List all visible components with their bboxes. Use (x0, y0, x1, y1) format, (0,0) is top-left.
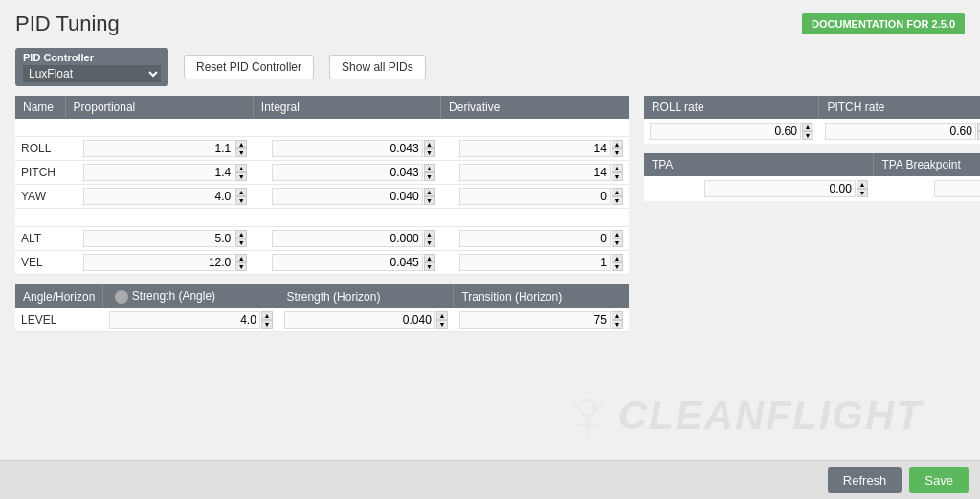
alt-integral-input[interactable] (272, 230, 423, 247)
tpa-up[interactable]: ▲ (857, 180, 868, 189)
reset-pid-button[interactable]: Reset PID Controller (184, 55, 314, 79)
refresh-button[interactable]: Refresh (828, 467, 902, 493)
row-integral: ▲ ▼ (253, 185, 440, 209)
col-tpa-breakpoint: TPA Breakpoint (874, 153, 980, 176)
tpa-cell: ▲ ▼ (644, 176, 874, 201)
save-button[interactable]: Save (909, 467, 969, 493)
pitch-proportional-input[interactable] (83, 164, 234, 181)
vel-derivative-down[interactable]: ▼ (612, 262, 623, 271)
level-strength-horizon-down[interactable]: ▼ (436, 320, 448, 329)
vel-proportional-down[interactable]: ▼ (235, 262, 247, 271)
roll-integral-input[interactable] (272, 140, 423, 157)
row-integral: ▲ ▼ (253, 137, 440, 161)
page-header: PID Tuning DOCUMENTATION FOR 2.5.0 (15, 11, 965, 36)
row-label: YAW (15, 185, 65, 209)
alt-derivative-down[interactable]: ▼ (612, 238, 623, 247)
vel-integral-down[interactable]: ▼ (424, 262, 435, 271)
col-strength-horizon: Strength (Horizon) (278, 284, 454, 308)
alt-derivative-input[interactable] (459, 230, 611, 247)
roll-derivative-down[interactable]: ▼ (612, 148, 623, 157)
show-all-pids-button[interactable]: Show all PIDs (329, 55, 426, 79)
vel-proportional-up[interactable]: ▲ (235, 254, 247, 262)
vel-integral-up[interactable]: ▲ (424, 254, 435, 262)
main-layout: Name Proportional Integral Derivative Ba… (15, 96, 965, 332)
tpa-row: ▲ ▼ ▲ ▼ (644, 176, 980, 201)
col-transition-horizon: Transition (Horizon) (454, 284, 629, 308)
roll-derivative-input[interactable] (459, 140, 611, 157)
level-strength-horizon-input[interactable] (284, 311, 435, 329)
level-strength-horizon-up[interactable]: ▲ (436, 311, 448, 320)
yaw-integral-input[interactable] (272, 188, 423, 205)
roll-integral-up[interactable]: ▲ (424, 140, 435, 148)
row-derivative: ▲ ▼ (441, 161, 629, 185)
roll-rate-cell: ▲ ▼ (644, 119, 819, 144)
col-derivative: Derivative (441, 96, 629, 119)
row-derivative: ▲ ▼ (441, 251, 629, 275)
alt-integral-down[interactable]: ▼ (424, 238, 435, 247)
pitch-integral-up[interactable]: ▲ (424, 164, 435, 172)
level-strength-angle-input[interactable] (109, 311, 260, 329)
level-transition-horizon-up[interactable]: ▲ (612, 311, 623, 320)
level-label: LEVEL (15, 308, 103, 332)
level-strength-angle-down[interactable]: ▼ (261, 320, 273, 329)
info-icon[interactable]: i (115, 290, 128, 304)
roll-rate-up[interactable]: ▲ (802, 123, 813, 131)
section-basic-acro: Basic/Acro (15, 119, 629, 137)
pitch-rate-input[interactable] (825, 123, 976, 140)
tpa-breakpoint-cell: ▲ ▼ (874, 176, 980, 201)
level-strength-angle-up[interactable]: ▲ (261, 311, 273, 320)
roll-derivative-up[interactable]: ▲ (612, 140, 623, 148)
alt-derivative-up[interactable]: ▲ (612, 230, 623, 238)
yaw-proportional-input[interactable] (83, 188, 234, 205)
pitch-integral-down[interactable]: ▼ (424, 172, 435, 181)
tpa-down[interactable]: ▼ (857, 189, 868, 197)
pid-controller-label: PID Controller (23, 52, 161, 63)
table-row: YAW ▲ ▼ (15, 185, 629, 209)
pitch-derivative-up[interactable]: ▲ (612, 164, 623, 172)
pid-controller-select[interactable]: LuxFloat MultiWiiRewrite Harakiri (23, 65, 161, 82)
documentation-button[interactable]: DOCUMENTATION FOR 2.5.0 (802, 13, 965, 34)
roll-proportional-input[interactable] (83, 140, 234, 157)
roll-proportional-up[interactable]: ▲ (235, 140, 247, 148)
yaw-integral-up[interactable]: ▲ (424, 188, 435, 196)
roll-proportional-down[interactable]: ▼ (235, 148, 247, 157)
alt-proportional-up[interactable]: ▲ (235, 230, 247, 238)
row-proportional: ▲ ▼ (65, 161, 253, 185)
right-panel: ROLL rate PITCH rate YAW rate ▲ ▼ (644, 96, 980, 332)
yaw-derivative-up[interactable]: ▲ (612, 188, 623, 196)
col-tpa: TPA (644, 153, 874, 176)
col-roll-rate: ROLL rate (644, 96, 819, 119)
pitch-proportional-down[interactable]: ▼ (235, 172, 247, 181)
col-pitch-rate: PITCH rate (819, 96, 980, 119)
level-transition-horizon-input[interactable] (459, 311, 611, 329)
alt-proportional-down[interactable]: ▼ (235, 238, 247, 247)
roll-rate-input[interactable] (650, 123, 801, 140)
alt-integral-up[interactable]: ▲ (424, 230, 435, 238)
yaw-derivative-down[interactable]: ▼ (612, 196, 623, 205)
pitch-derivative-down[interactable]: ▼ (612, 172, 623, 181)
table-row: LEVEL ▲ ▼ (15, 308, 629, 332)
footer: Refresh Save (0, 460, 980, 499)
vel-derivative-input[interactable] (459, 254, 611, 271)
pitch-proportional-up[interactable]: ▲ (235, 164, 247, 172)
col-strength-angle: i Strength (Angle) (103, 284, 278, 308)
table-row: PITCH ▲ ▼ (15, 161, 629, 185)
pitch-integral-input[interactable] (272, 164, 423, 181)
yaw-proportional-up[interactable]: ▲ (235, 188, 247, 196)
vel-derivative-up[interactable]: ▲ (612, 254, 623, 262)
yaw-derivative-input[interactable] (459, 188, 611, 205)
tpa-input[interactable] (704, 180, 856, 197)
yaw-proportional-down[interactable]: ▼ (235, 196, 247, 205)
tpa-breakpoint-input[interactable] (934, 180, 980, 197)
alt-proportional-input[interactable] (83, 230, 234, 247)
vel-integral-input[interactable] (272, 254, 423, 271)
row-proportional: ▲ ▼ (65, 251, 253, 275)
yaw-integral-down[interactable]: ▼ (424, 196, 435, 205)
pitch-derivative-input[interactable] (459, 164, 611, 181)
roll-rate-down[interactable]: ▼ (802, 131, 813, 140)
level-transition-horizon-down[interactable]: ▼ (612, 320, 623, 329)
col-proportional: Proportional (65, 96, 253, 119)
roll-integral-down[interactable]: ▼ (424, 148, 435, 157)
vel-proportional-input[interactable] (83, 254, 234, 271)
level-transition-horizon: ▲ ▼ (454, 308, 629, 332)
